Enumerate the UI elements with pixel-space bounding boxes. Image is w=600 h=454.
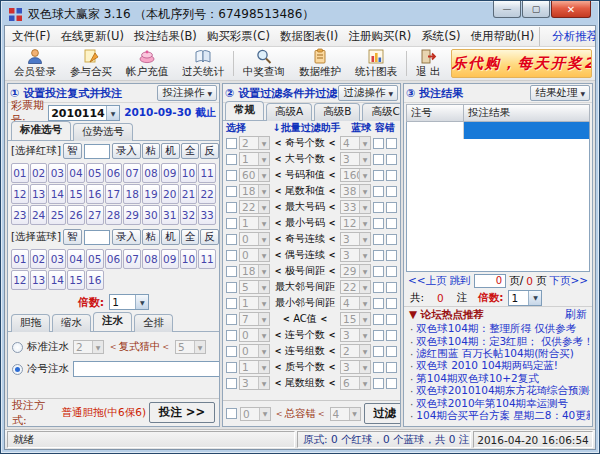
blue-ball-checkbox[interactable] xyxy=(373,218,384,229)
blue-smart-button[interactable]: 智 xyxy=(63,229,82,245)
filter-row-checkbox[interactable] xyxy=(226,234,237,245)
filter-row-checkbox[interactable] xyxy=(226,298,237,309)
tolerance-checkbox[interactable] xyxy=(386,186,397,197)
result-table-body[interactable] xyxy=(406,122,590,272)
filter-row-checkbox[interactable] xyxy=(226,186,237,197)
filter-button[interactable]: 过滤 >> xyxy=(364,403,402,424)
tolerance-checkbox[interactable] xyxy=(386,250,397,261)
blue-ball-checkbox[interactable] xyxy=(373,250,384,261)
blue-number-input[interactable] xyxy=(84,230,110,245)
blue-ball[interactable]: 11 xyxy=(198,249,216,269)
red-ball[interactable]: 27 xyxy=(86,205,104,225)
toolbar-recharge-button[interactable]: 帐户充值 xyxy=(119,48,175,79)
filter-min-dropdown[interactable]: 60▼ xyxy=(239,168,270,182)
filter-max-dropdown[interactable]: 6▼ xyxy=(340,376,371,390)
batch-filter-helper-link[interactable]: ↓批量过滤助手 xyxy=(264,121,349,135)
red-ball[interactable]: 05 xyxy=(86,163,104,183)
entry-button[interactable]: 全 xyxy=(181,143,200,159)
blue-ball-checkbox[interactable] xyxy=(373,378,384,389)
filter-row-checkbox[interactable] xyxy=(226,346,237,357)
filter-max-dropdown[interactable]: 29▼ xyxy=(340,264,371,278)
blue-ball[interactable]: 02 xyxy=(30,249,48,269)
entry-button[interactable]: 粘 xyxy=(142,229,161,245)
red-ball[interactable]: 16 xyxy=(86,184,104,204)
red-ball[interactable]: 22 xyxy=(198,184,216,204)
red-ball[interactable]: 08 xyxy=(142,163,160,183)
tolerance-checkbox[interactable] xyxy=(386,378,397,389)
menu-item[interactable]: 购买彩票(C) xyxy=(202,27,275,46)
filter-row-checkbox[interactable] xyxy=(226,202,237,213)
red-ball[interactable]: 31 xyxy=(161,205,179,225)
toolbar-data-maintenance-button[interactable]: 数据维护 xyxy=(292,48,348,79)
red-ball[interactable]: 03 xyxy=(48,163,66,183)
filter-min-dropdown[interactable]: 1▼ xyxy=(239,152,270,166)
blue-ball-checkbox[interactable] xyxy=(373,346,384,357)
tolerance-checkbox[interactable] xyxy=(386,330,397,341)
entry-button[interactable]: 录入 xyxy=(112,143,141,159)
filter-max-dropdown[interactable]: 160▼ xyxy=(340,168,371,182)
filter-max-dropdown[interactable]: 3▼ xyxy=(340,328,371,342)
filter-max-dropdown[interactable]: 4▼ xyxy=(340,136,371,150)
filter-min-dropdown[interactable]: 5▼ xyxy=(239,280,270,294)
blue-ball[interactable]: 10 xyxy=(180,249,198,269)
filter-max-dropdown[interactable]: 38▼ xyxy=(340,184,371,198)
entry-button[interactable]: 粘 xyxy=(142,143,161,159)
red-ball[interactable]: 10 xyxy=(180,163,198,183)
entry-button[interactable]: 机 xyxy=(161,229,180,245)
entry-button[interactable]: 反 xyxy=(200,229,219,245)
red-ball[interactable]: 18 xyxy=(123,184,141,204)
blue-ball[interactable]: 04 xyxy=(67,249,85,269)
toolbar-prize-search-button[interactable]: 中奖查询 xyxy=(236,48,292,79)
tolerance-checkbox[interactable] xyxy=(386,234,397,245)
blue-ball[interactable]: 16 xyxy=(86,270,104,290)
promo-banner[interactable]: 时时乐代购，每天开奖23次 xyxy=(451,49,592,78)
filter-row-checkbox[interactable] xyxy=(226,266,237,277)
filter-row-checkbox[interactable] xyxy=(226,282,237,293)
filter-row-checkbox[interactable] xyxy=(226,330,237,341)
blue-ball-checkbox[interactable] xyxy=(373,234,384,245)
red-ball[interactable]: 23 xyxy=(11,205,29,225)
blue-ball[interactable]: 12 xyxy=(11,270,29,290)
red-ball[interactable]: 09 xyxy=(161,163,179,183)
red-number-input[interactable] xyxy=(84,144,110,159)
toolbar-pass-stats-button[interactable]: 过关统计 xyxy=(175,48,231,79)
blue-ball-checkbox[interactable] xyxy=(373,362,384,373)
toolbar-group-buy-button[interactable]: 参与合买 xyxy=(63,48,119,79)
red-ball[interactable]: 13 xyxy=(30,184,48,204)
blue-ball[interactable]: 07 xyxy=(123,249,141,269)
pick-mode-tab[interactable]: 位势选号 xyxy=(73,123,133,141)
filter-row-checkbox[interactable] xyxy=(226,378,237,389)
filter-max-dropdown[interactable]: 3▼ xyxy=(340,248,371,262)
filter-row-checkbox[interactable] xyxy=(226,218,237,229)
red-ball[interactable]: 25 xyxy=(48,205,66,225)
toolbar-stats-chart-button[interactable]: 统计图表 xyxy=(348,48,404,79)
forum-item-link[interactable]: ·滤红围蓝 百万长帖104期(附合买) xyxy=(406,348,590,360)
blue-ball[interactable]: 13 xyxy=(30,270,48,290)
filter-min-dropdown[interactable]: 1▼ xyxy=(239,216,270,230)
red-ball[interactable]: 01 xyxy=(11,163,29,183)
tolerance-checkbox[interactable] xyxy=(386,170,397,181)
red-ball[interactable]: 12 xyxy=(11,184,29,204)
standard-water-radio[interactable] xyxy=(12,342,23,353)
red-ball[interactable]: 19 xyxy=(142,184,160,204)
forum-item-link[interactable]: ·双色球104期：定3红胆； 仅供参考！！！ xyxy=(406,335,590,347)
toolbar-exit-button[interactable]: 退 出 xyxy=(409,48,447,79)
blue-ball[interactable]: 06 xyxy=(105,249,123,269)
blue-ball-checkbox[interactable] xyxy=(373,186,384,197)
filter-max-dropdown[interactable]: 12▼ xyxy=(340,216,371,230)
menu-item[interactable]: 系统(S) xyxy=(416,27,465,46)
result-multiplier-dropdown[interactable]: 1 ▼ xyxy=(508,290,542,306)
menu-item[interactable]: 使用帮助(H) xyxy=(466,27,540,46)
red-ball[interactable]: 17 xyxy=(105,184,123,204)
menu-item[interactable]: 文件(F) xyxy=(7,27,56,46)
tolerance-checkbox[interactable] xyxy=(386,362,397,373)
filter-row-checkbox[interactable] xyxy=(226,154,237,165)
page-number-input[interactable]: 0 xyxy=(474,274,507,288)
forum-item-link[interactable]: ·双色球2010104期东方花琦综合预测分析 xyxy=(406,385,590,397)
filter-tab[interactable]: 常规 xyxy=(225,101,264,120)
filter-row-checkbox[interactable] xyxy=(226,138,237,149)
blue-ball[interactable]: 09 xyxy=(161,249,179,269)
red-ball[interactable]: 32 xyxy=(180,205,198,225)
red-ball[interactable]: 24 xyxy=(30,205,48,225)
blue-ball[interactable]: 08 xyxy=(142,249,160,269)
